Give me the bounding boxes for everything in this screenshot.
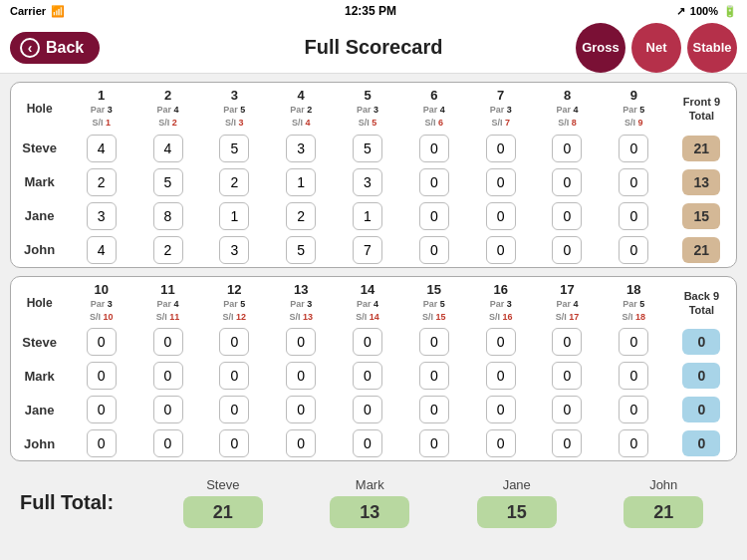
player-total-value: 15	[477, 496, 557, 528]
battery-icon: 🔋	[723, 5, 737, 18]
score-cell: 0	[601, 132, 667, 165]
score-cell: 7	[335, 233, 401, 267]
score-cell: 0	[268, 359, 335, 393]
back9-total-cell: 0	[667, 426, 736, 460]
score-cell: 0	[534, 393, 601, 426]
score-cell: 0	[601, 233, 667, 267]
score-cell: 0	[335, 426, 401, 460]
score-cell: 0	[335, 393, 401, 426]
back-label: Back	[46, 39, 84, 57]
player-name: Jane	[11, 393, 68, 426]
back9-header-row: Hole 10 Par 3 S/I 10 11 Par 4 S/I 11	[11, 277, 736, 326]
player-name: Mark	[11, 165, 68, 199]
full-total-label: Full Total:	[20, 491, 139, 514]
score-cell: 5	[134, 165, 201, 199]
score-cell: 0	[534, 132, 601, 165]
hole-label-header: Hole	[11, 83, 68, 132]
player-total-steve: Steve 21	[159, 477, 287, 528]
score-cell: 0	[268, 325, 335, 359]
score-cell: 8	[134, 199, 201, 233]
hole-14-header: 14 Par 4 S/I 14	[335, 277, 401, 326]
player-name: John	[11, 233, 68, 267]
front9-total-cell: 15	[667, 199, 736, 233]
score-cell: 5	[201, 132, 268, 165]
score-cell: 0	[534, 233, 601, 267]
score-cell: 4	[134, 132, 201, 165]
score-cell: 0	[467, 233, 534, 267]
hole-1-header: 1 Par 3 S/I 1	[68, 83, 134, 132]
score-cell: 0	[201, 393, 268, 426]
score-cell: 0	[68, 325, 134, 359]
score-cell: 0	[534, 199, 601, 233]
hole-6-header: 6 Par 4 S/I 6	[400, 83, 467, 132]
hole-9-header: 9 Par 5 S/I 9	[601, 83, 667, 132]
score-cell: 0	[201, 359, 268, 393]
back-button[interactable]: ‹ Back	[10, 32, 100, 64]
score-cell: 0	[467, 325, 534, 359]
battery-label: 100%	[690, 5, 718, 17]
score-cell: 0	[534, 325, 601, 359]
player-total-value: 21	[623, 496, 703, 528]
player-name: John	[11, 426, 68, 460]
score-cell: 1	[268, 165, 335, 199]
score-cell: 0	[467, 199, 534, 233]
score-cell: 4	[68, 132, 134, 165]
back-chevron-icon: ‹	[20, 38, 40, 58]
score-cell: 0	[134, 325, 201, 359]
back9-table: Hole 10 Par 3 S/I 10 11 Par 4 S/I 11	[11, 277, 736, 461]
tab-net[interactable]: Net	[631, 23, 681, 73]
hole-8-header: 8 Par 4 S/I 8	[534, 83, 601, 132]
tab-group: Gross Net Stable	[576, 23, 737, 73]
tab-gross[interactable]: Gross	[576, 23, 625, 73]
score-cell: 1	[335, 199, 401, 233]
hole-3-header: 3 Par 5 S/I 3	[201, 83, 268, 132]
score-cell: 0	[68, 359, 134, 393]
tab-stable[interactable]: Stable	[687, 23, 737, 73]
score-cell: 0	[400, 393, 467, 426]
score-cell: 0	[467, 132, 534, 165]
player-total-value: 13	[330, 496, 409, 528]
score-cell: 0	[68, 393, 134, 426]
status-bar: Carrier 📶 12:35 PM ↗ 100% 🔋	[0, 0, 747, 22]
score-cell: 0	[335, 359, 401, 393]
score-cell: 2	[201, 165, 268, 199]
score-cell: 2	[268, 199, 335, 233]
score-cell: 0	[268, 426, 335, 460]
score-cell: 3	[268, 132, 335, 165]
player-total-mark: Mark 13	[307, 477, 434, 528]
player-total-name: Steve	[206, 477, 239, 492]
front9-total-cell: 21	[667, 132, 736, 165]
player-name: Steve	[11, 325, 68, 359]
hole-15-header: 15 Par 5 S/I 15	[400, 277, 467, 326]
hole-16-header: 16 Par 3 S/I 16	[467, 277, 534, 326]
score-cell: 0	[601, 393, 667, 426]
score-cell: 0	[400, 165, 467, 199]
hole-5-header: 5 Par 3 S/I 5	[335, 83, 401, 132]
player-total-john: John 21	[601, 477, 728, 528]
table-row: Mark 0 0 0 0 0 0 0 0 0 0	[11, 359, 736, 393]
front9-section: Hole 1 Par 3 S/I 1 2 Par 4 S/I 2	[10, 82, 737, 268]
status-left: Carrier 📶	[10, 5, 65, 18]
time-display: 12:35 PM	[345, 4, 396, 18]
hole-18-header: 18 Par 5 S/I 18	[601, 277, 667, 326]
front9-header-row: Hole 1 Par 3 S/I 1 2 Par 4 S/I 2	[11, 83, 736, 132]
score-cell: 0	[400, 426, 467, 460]
score-cell: 2	[134, 233, 201, 267]
table-row: Steve 4 4 5 3 5 0 0 0 0 21	[11, 132, 736, 165]
score-cell: 0	[400, 199, 467, 233]
full-total-section: Full Total: Steve 21 Mark 13 Jane 15 Joh…	[10, 469, 737, 534]
table-row: Mark 2 5 2 1 3 0 0 0 0 13	[11, 165, 736, 199]
hole-4-header: 4 Par 2 S/I 4	[268, 83, 335, 132]
back9-total-cell: 0	[667, 325, 736, 359]
score-cell: 0	[201, 325, 268, 359]
hole-10-header: 10 Par 3 S/I 10	[68, 277, 134, 326]
wifi-icon: 📶	[51, 5, 65, 18]
score-cell: 5	[268, 233, 335, 267]
score-cell: 3	[335, 165, 401, 199]
table-row: John 4 2 3 5 7 0 0 0 0 21	[11, 233, 736, 267]
score-cell: 0	[601, 165, 667, 199]
table-row: Jane 3 8 1 2 1 0 0 0 0 15	[11, 199, 736, 233]
score-cell: 0	[601, 325, 667, 359]
score-cell: 0	[601, 426, 667, 460]
hole-2-header: 2 Par 4 S/I 2	[134, 83, 201, 132]
